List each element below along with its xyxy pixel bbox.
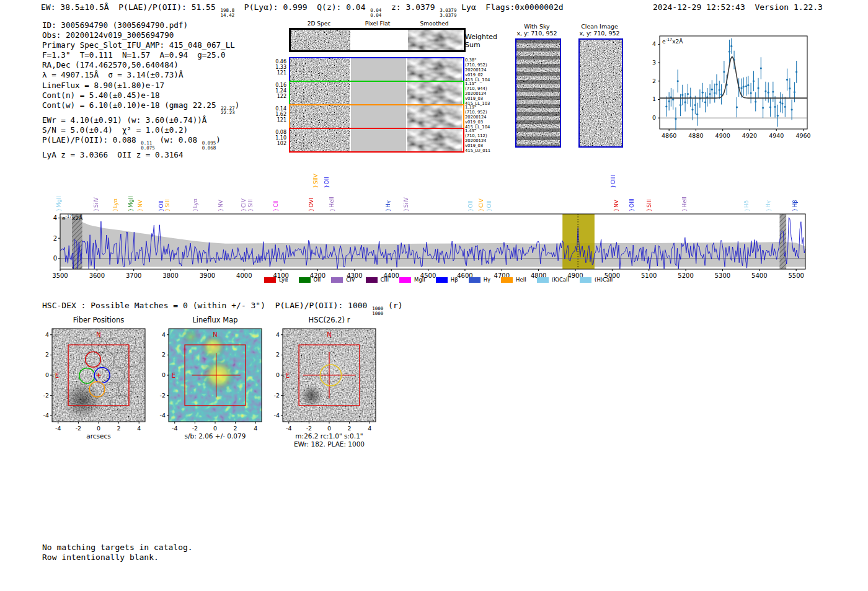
cell-noise xyxy=(351,58,406,81)
emission-line-label: SiII xyxy=(164,199,170,208)
strip-left-label: 1.24 xyxy=(267,88,286,94)
legend-color-swatch xyxy=(399,277,411,283)
inset-y-tick-label: 0 xyxy=(652,114,656,121)
data-point xyxy=(750,92,752,94)
data-point xyxy=(675,118,676,120)
cutout-y-tick-label: 0 xyxy=(276,371,280,378)
strip-right-label: 20200124 xyxy=(465,138,508,143)
legend-label: CIII xyxy=(381,277,389,283)
legend-color-swatch xyxy=(264,277,276,283)
strip-left-label: 122 xyxy=(267,94,286,99)
legend-label: HeII xyxy=(516,277,526,283)
strip-left-label: 1.33 xyxy=(267,64,286,70)
fraction-lower: 0.075 xyxy=(141,146,155,151)
clean-image-coords: x, y: 710, 952 xyxy=(565,30,634,37)
emission-label-group: SiII{ xyxy=(247,199,254,212)
emission-label-group: OII{ xyxy=(467,200,474,212)
legend-label: MgII xyxy=(414,277,425,283)
compass-north: N xyxy=(327,331,331,338)
emission-line-label: Hβ xyxy=(792,200,798,208)
data-point xyxy=(781,102,783,104)
strip-left-label: 121 xyxy=(267,70,286,76)
emission-label-group: Hβ{ xyxy=(792,200,798,212)
emission-label-group: HeII{ xyxy=(329,197,335,212)
legend-color-swatch xyxy=(436,277,448,283)
footer-line: No matching targets in catalog. xyxy=(42,543,193,553)
pixel-flat-cell xyxy=(351,129,406,151)
fraction-lower: 3.0379 xyxy=(440,13,456,18)
emission-line-label: NV xyxy=(218,200,224,208)
data-point xyxy=(777,115,779,117)
strip-right-labels: 1.15"(710, 944)20200124v019_03415_LL_103 xyxy=(465,81,508,106)
header-meta: 2024-12-29 12:52:43 Version 1.22.3 xyxy=(653,2,823,12)
cutout-xlabel: m:26.2 rc:1.0" s:0.1" xyxy=(295,432,363,440)
cell-noise xyxy=(351,129,406,151)
data-point xyxy=(760,67,762,69)
col-header-pixel-flat: Pixel Flat xyxy=(350,20,405,27)
data-point xyxy=(684,101,686,103)
emission-line-brace: { xyxy=(487,208,491,212)
emission-line-brace: { xyxy=(309,208,313,212)
text-segment: EW: 38.5±10.5Å P(LAE)/P(OII): 51.55 xyxy=(41,2,221,12)
clean-image-noise xyxy=(580,40,622,146)
main-x-tick-label: 3700 xyxy=(126,272,141,278)
strip-left-label: 121 xyxy=(267,117,286,123)
cutout-x-tick-label: 0 xyxy=(213,425,217,432)
emission-line-brace: { xyxy=(766,208,771,212)
stacked-fraction: 198.814.42 xyxy=(221,8,235,17)
emission-line-brace: { xyxy=(683,208,687,212)
text-segment: Cont(n) = 5.40(±0.45)e-18 xyxy=(42,91,160,100)
info-line: S/N = 5.0(±0.4) χ² = 1.0(±0.2) xyxy=(42,125,239,135)
data-point xyxy=(753,80,755,82)
legend-item: CIV xyxy=(331,277,355,283)
data-point xyxy=(719,89,720,91)
data-point xyxy=(728,51,730,53)
cutout-y-tick-label: 0 xyxy=(162,371,166,378)
info-line: EWr = 4.10(±0.91) (w: 3.60(±0.74))Å xyxy=(42,115,239,125)
noise-rect xyxy=(291,30,350,50)
cutout-xlabel: arcsecs xyxy=(86,432,110,440)
data-point xyxy=(714,92,715,94)
cutout-x-tick-label: 0 xyxy=(327,425,331,432)
strip-left-labels: 0.081.10102 xyxy=(267,130,286,146)
compass-east: E xyxy=(55,372,59,379)
noise-rect xyxy=(351,82,406,104)
main-y-tick-label: 2 xyxy=(53,235,57,242)
line-fit-inset-plot: 48604880490049204940496001234e-17x2Å xyxy=(645,31,811,143)
emission-line-brace: { xyxy=(193,208,198,212)
emission-line-label: OVI xyxy=(308,198,314,208)
emission-line-label: Lyα xyxy=(192,198,198,208)
emission-line-brace: { xyxy=(219,208,223,212)
cutout-x-tick-label: 2 xyxy=(117,425,121,432)
emission-line-brace: { xyxy=(249,208,253,212)
cutout-x-tick-label: 4 xyxy=(137,425,141,432)
noise-rect xyxy=(407,105,462,128)
cutout-y-tick-label: 4 xyxy=(276,331,280,338)
info-line: Cont(w) = 6.10(±0.10)e-18 (gmag 22.25 22… xyxy=(42,100,239,115)
text-segment: λ = 4907.15Å σ = 3.14(±0.73)Å xyxy=(42,70,183,79)
legend-label: Hγ xyxy=(484,277,490,283)
emission-line-brace: { xyxy=(274,208,278,212)
header-meta-gap xyxy=(745,2,755,12)
compass-east: E xyxy=(172,372,175,379)
cutout-y-tick-label: -2 xyxy=(43,392,49,399)
cutout-x-tick-label: 4 xyxy=(254,425,257,432)
strip-right-label: v019_03 xyxy=(465,143,508,148)
emission-line-label: CIV xyxy=(478,198,484,208)
data-point xyxy=(711,89,713,91)
cutout-image-group xyxy=(283,329,376,422)
cutout-x-tick-label: -4 xyxy=(286,425,291,432)
smoothed-cell xyxy=(408,30,463,50)
emission-line-brace: { xyxy=(630,208,634,212)
noise-rect xyxy=(290,129,350,151)
fraction-lower: 0.04 xyxy=(370,13,381,18)
emission-label-group: SiIV{ xyxy=(312,174,319,189)
legend-item: CIII xyxy=(366,277,389,283)
cell-noise xyxy=(408,30,463,50)
data-point xyxy=(747,84,749,86)
noise-rect xyxy=(407,58,462,81)
data-point xyxy=(762,107,764,109)
emission-line-brace: { xyxy=(241,208,246,212)
clean-image-header: Clean Image x, y: 710, 952 xyxy=(565,23,634,37)
spec2d-strip xyxy=(289,81,464,105)
